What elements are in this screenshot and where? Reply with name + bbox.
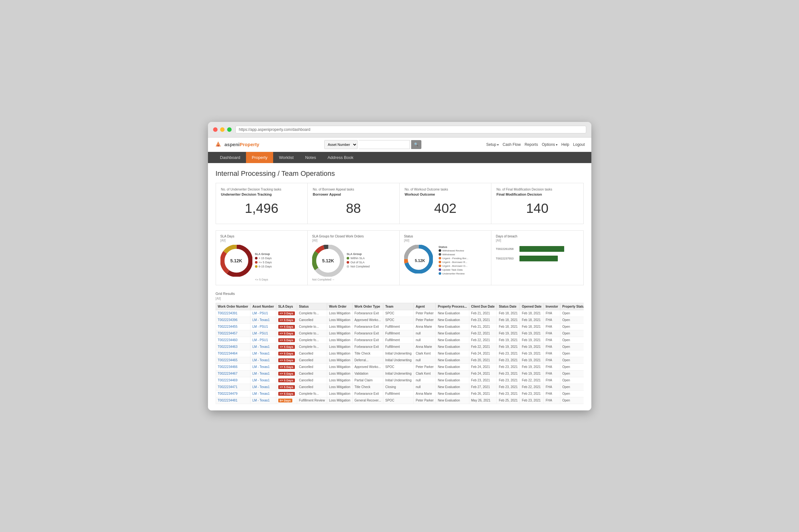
close-button[interactable] (213, 127, 218, 132)
cell-work-order[interactable]: T0022234469 (216, 377, 250, 384)
cell-work-order[interactable]: T0022234457 (216, 330, 250, 337)
cell-status: Complete fo... (297, 390, 327, 397)
cell-agent: Anna Marie (414, 343, 436, 350)
help-link[interactable]: Help (561, 142, 569, 147)
asset-link[interactable]: LM - Texas1 (252, 345, 270, 348)
work-order-link[interactable]: T0022234467 (218, 372, 238, 375)
asset-link[interactable]: LM - Texas1 (252, 392, 270, 395)
cell-status-date: Feb 23, 2021 (497, 370, 520, 377)
cell-asset[interactable]: LM - Texas1 (250, 397, 276, 404)
work-order-link[interactable]: T0022234464 (218, 352, 238, 355)
asset-link[interactable]: LM - Texas1 (252, 399, 270, 402)
cell-work-order[interactable]: T0022234466 (216, 363, 250, 370)
address-bar[interactable] (235, 126, 586, 133)
cell-wo: Loss Mitigation (327, 323, 352, 330)
table-container[interactable]: Work Order Number Asset Number SLA Days … (216, 303, 584, 404)
cell-opened: Feb 19, 2021 (520, 350, 544, 357)
cell-team: Initial Underwriting (383, 377, 413, 384)
cell-asset[interactable]: LM - Texas1 (250, 343, 276, 350)
nav-dashboard[interactable]: Dashboard (214, 152, 246, 163)
cell-work-order[interactable]: T0022234471 (216, 384, 250, 390)
cell-process: New Evaluation (436, 363, 469, 370)
cell-asset[interactable]: LM - Texas1 (250, 370, 276, 377)
asset-link[interactable]: LM - PSU1 (252, 338, 268, 342)
cell-client-due: Feb 22, 2021 (469, 337, 497, 343)
work-order-link[interactable]: T0022234396 (218, 318, 238, 322)
cell-asset[interactable]: LM - Texas1 (250, 350, 276, 357)
asset-link[interactable]: LM - PSU1 (252, 325, 268, 328)
asset-link[interactable]: LM - PSU1 (252, 311, 268, 315)
cell-asset[interactable]: LM - PSU1 (250, 310, 276, 317)
cell-asset[interactable]: LM - Texas1 (250, 384, 276, 390)
work-order-link[interactable]: T0022234465 (218, 358, 238, 362)
nav-worklist[interactable]: Worklist (273, 152, 299, 163)
nav-property[interactable]: Property (246, 152, 273, 163)
table-row: T0022234467 LM - Texas1 <= 5 Days Cancel… (216, 370, 584, 377)
work-order-link[interactable]: T0022234479 (218, 392, 238, 395)
work-order-link[interactable]: T0022234471 (218, 385, 238, 389)
logout-link[interactable]: Logout (573, 142, 585, 147)
cell-wo: Loss Mitigation (327, 357, 352, 363)
browser-chrome (208, 122, 591, 137)
cell-work-order[interactable]: T0022234479 (216, 390, 250, 397)
asset-link[interactable]: LM - Texas1 (252, 352, 270, 355)
work-order-link[interactable]: T0022234481 (218, 399, 238, 402)
cell-work-order[interactable]: T0022234465 (216, 357, 250, 363)
cell-work-order[interactable]: T0022234481 (216, 397, 250, 404)
cell-work-order[interactable]: T0022234460 (216, 337, 250, 343)
chart-legend-2: Status Withdrawal Review Withdrawal Urge… (439, 245, 468, 276)
chart-legend-1: SLA Group Within SLA Out of SLA Not Comp… (347, 252, 370, 269)
asset-link[interactable]: LM - Texas1 (252, 358, 270, 362)
kpi-label-2: No. of Workout Outcome tasks (405, 188, 486, 191)
cell-sla: <= 5 Days (276, 384, 297, 390)
work-order-link[interactable]: T0022234466 (218, 365, 238, 368)
cell-client-due: Feb 27, 2021 (469, 384, 497, 390)
work-order-link[interactable]: T0022234391 (218, 311, 238, 315)
cell-asset[interactable]: LM - PSU1 (250, 330, 276, 337)
cell-asset[interactable]: LM - Texas1 (250, 390, 276, 397)
cell-work-order[interactable]: T0022234391 (216, 310, 250, 317)
asset-link[interactable]: LM - Texas1 (252, 372, 270, 375)
cashflow-link[interactable]: Cash Flow (503, 142, 521, 147)
cell-asset[interactable]: LM - PSU1 (250, 323, 276, 330)
cell-work-order[interactable]: T0022234464 (216, 350, 250, 357)
setup-link[interactable]: Setup (486, 142, 499, 147)
nav-notes[interactable]: Notes (299, 152, 322, 163)
cell-work-order[interactable]: T0022234396 (216, 317, 250, 323)
cell-work-order[interactable]: T0022234467 (216, 370, 250, 377)
asset-link[interactable]: LM - Texas1 (252, 379, 270, 382)
cell-client-due: Feb 24, 2021 (469, 363, 497, 370)
work-order-link[interactable]: T0022234457 (218, 331, 238, 335)
work-order-link[interactable]: T0022234455 (218, 325, 238, 328)
cell-agent: null (414, 384, 436, 390)
asset-link[interactable]: LM - Texas1 (252, 385, 270, 389)
asset-link[interactable]: LM - Texas1 (252, 365, 270, 368)
sla-badge: <= 5 Days (278, 331, 295, 336)
search-input[interactable] (359, 140, 410, 149)
work-order-link[interactable]: T0022234469 (218, 379, 238, 382)
cell-team: Initial Underwriting (383, 350, 413, 357)
nav-addressbook[interactable]: Address Book (322, 152, 359, 163)
asset-link[interactable]: LM - PSU1 (252, 331, 268, 335)
cell-work-order[interactable]: T0022234463 (216, 343, 250, 350)
work-order-link[interactable]: T0022234463 (218, 345, 238, 348)
search-button[interactable]: 🔍 (411, 140, 421, 149)
cell-client-due: Feb 24, 2021 (469, 370, 497, 377)
work-order-link[interactable]: T0022234460 (218, 338, 238, 342)
options-link[interactable]: Options (542, 142, 558, 147)
cell-asset[interactable]: LM - Texas1 (250, 377, 276, 384)
cell-status-date: Feb 23, 2021 (497, 363, 520, 370)
cell-asset[interactable]: LM - Texas1 (250, 357, 276, 363)
cell-asset[interactable]: LM - Texas1 (250, 363, 276, 370)
maximize-button[interactable] (227, 127, 232, 132)
cell-asset[interactable]: LM - PSU1 (250, 337, 276, 343)
cell-prop-status: Open (560, 357, 583, 363)
minimize-button[interactable] (220, 127, 224, 132)
reports-link[interactable]: Reports (525, 142, 538, 147)
asset-link[interactable]: LM - Texas1 (252, 318, 270, 322)
col-team: Team (383, 303, 413, 310)
cell-asset[interactable]: LM - Texas1 (250, 317, 276, 323)
search-select[interactable]: Asset Number (324, 140, 358, 149)
kpi-label-1: No. of Borrower Appeal tasks (313, 188, 394, 191)
cell-work-order[interactable]: T0022234455 (216, 323, 250, 330)
